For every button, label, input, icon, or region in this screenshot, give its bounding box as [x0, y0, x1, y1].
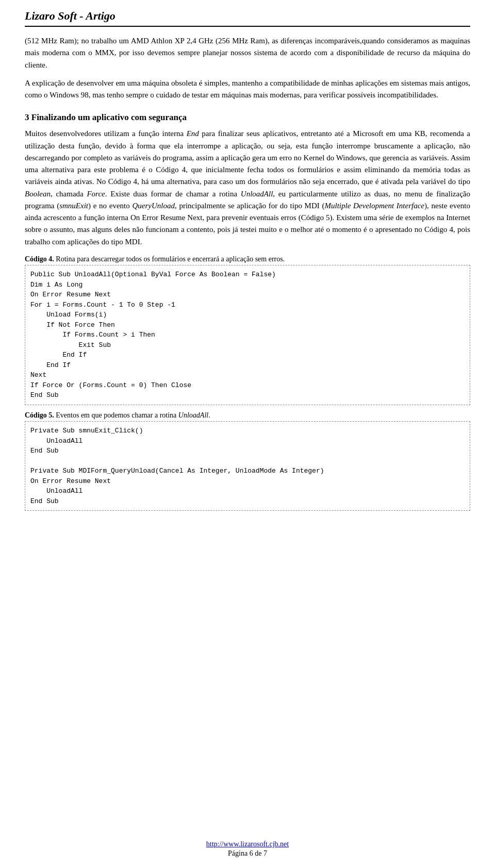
page: Lizaro Soft - Artigo (512 MHz Ram); no t… — [0, 0, 495, 868]
section3-para1: Muitos desenvolvedores utilizam a função… — [25, 128, 470, 248]
code4-label: Código 4. Rotina para descarregar todos … — [25, 254, 470, 264]
code5-label: Código 5. Eventos em que podemos chamar … — [25, 410, 470, 421]
footer: http://www.lizarosoft.cjb.net Página 6 d… — [0, 840, 495, 858]
footer-page-number: Página 6 de 7 — [0, 849, 495, 858]
code5-label-text: Eventos em que podemos chamar a rotina U… — [54, 411, 210, 419]
footer-link-container[interactable]: http://www.lizarosoft.cjb.net — [0, 840, 495, 848]
footer-link[interactable]: http://www.lizarosoft.cjb.net — [206, 840, 289, 848]
intro-paragraph: (512 MHz Ram); no trabalho um AMD Athlon… — [25, 35, 470, 71]
section3-heading: 3 Finalizando um aplicativo com seguranç… — [25, 112, 470, 123]
code5-label-bold: Código 5. — [25, 411, 54, 419]
code4-block: Public Sub UnloadAll(Optional ByVal Forc… — [25, 265, 470, 405]
code5-block: Private Sub smnuExit_Click() UnloadAll E… — [25, 421, 470, 511]
code4-label-text: Rotina para descarregar todos os formulá… — [54, 255, 285, 263]
para2: A explicação de desenvolver em uma máqui… — [25, 77, 470, 102]
page-title: Lizaro Soft - Artigo — [25, 9, 470, 27]
code4-label-bold: Código 4. — [25, 255, 54, 263]
